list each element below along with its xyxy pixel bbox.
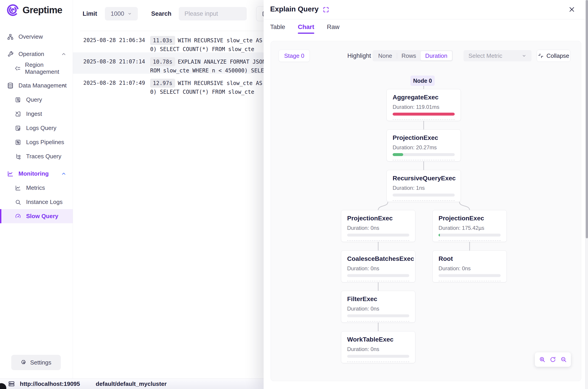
- tab-table[interactable]: Table: [270, 23, 285, 34]
- database-icon: [6, 82, 15, 89]
- chevron-up-icon[interactable]: [61, 83, 66, 88]
- sidebar-item-label: Operation: [18, 51, 44, 58]
- slow-query-row[interactable]: 2025-08-28 21:06:34 11.03sWITH RECURSIVE…: [73, 31, 264, 52]
- plan-node-aggregate-exec[interactable]: AggregateExec Duration: 119.01ms: [387, 89, 461, 121]
- time-range-button[interactable]: Last: [256, 6, 264, 21]
- query-timestamp: 2025-08-28 21:07:14: [83, 57, 150, 66]
- overview-icon: [6, 33, 15, 40]
- node-duration: Duration: 0ns: [347, 346, 409, 352]
- sidebar-item-query[interactable]: Query: [0, 93, 73, 107]
- wrench-icon: [6, 51, 15, 58]
- stage-button[interactable]: Stage 0: [279, 50, 310, 62]
- node-duration: Duration: 119.01ms: [393, 104, 455, 110]
- brand-logo: Greptime: [6, 3, 62, 17]
- highlight-option-duration[interactable]: Duration: [421, 51, 452, 61]
- zoom-in-icon[interactable]: [539, 356, 546, 363]
- cluster-name[interactable]: default/default_mycluster: [96, 381, 167, 388]
- limit-select[interactable]: 1000: [105, 7, 138, 20]
- query-timestamp: 2025-08-28 21:07:49: [83, 79, 150, 87]
- plan-node-projection-exec-left[interactable]: ProjectionExec Duration: 0ns: [341, 210, 415, 242]
- duration-bar: [347, 314, 409, 317]
- search-label: Search: [151, 10, 172, 17]
- plan-node-projection-exec[interactable]: ProjectionExec Duration: 20.27ms: [387, 130, 461, 162]
- slow-query-row[interactable]: 2025-08-28 21:07:49 12.97sWITH RECURSIVE…: [73, 74, 264, 95]
- explain-query-panel: Explain Query Table Chart Raw Stage 0 Hi…: [264, 0, 588, 389]
- sidebar-item-label: Slow Query: [26, 213, 58, 220]
- server-url[interactable]: http://localhost:19095: [20, 381, 80, 388]
- highlight-label: Highlight: [347, 52, 371, 59]
- sidebar-item-logs-query[interactable]: Logs Query: [0, 121, 73, 135]
- sidebar-item-label: Logs Query: [26, 125, 56, 131]
- plan-node-projection-exec-right[interactable]: ProjectionExec Duration: 175.42µs: [433, 210, 507, 242]
- sidebar-item-label: Query: [26, 96, 42, 103]
- query-text: 10.78sEXPLAIN ANALYZE FORMAT JSON WITHRO…: [150, 57, 264, 75]
- search-input[interactable]: [179, 7, 247, 20]
- duration-bar: [347, 274, 409, 277]
- duration-bar: [347, 355, 409, 358]
- sidebar-item-label: Monitoring: [18, 170, 49, 177]
- plan-node-coalesce-batches-exec[interactable]: CoalesceBatchesExec Duration: 0ns: [341, 251, 415, 282]
- sidebar: Greptime Overview Operation: [0, 0, 73, 378]
- app-window: Greptime Overview Operation: [0, 0, 588, 389]
- tab-raw[interactable]: Raw: [327, 23, 339, 34]
- slow-query-row[interactable]: 2025-08-28 21:07:14 10.78sEXPLAIN ANALYZ…: [73, 52, 264, 74]
- query-icon: [13, 97, 23, 103]
- collapse-button[interactable]: Collapse: [537, 50, 570, 62]
- close-icon[interactable]: [568, 6, 575, 13]
- node-duration: Duration: 0ns: [439, 265, 501, 272]
- fullscreen-icon[interactable]: [323, 6, 329, 13]
- node-duration: Duration: 20.27ms: [393, 144, 455, 151]
- tab-chart[interactable]: Chart: [298, 23, 314, 34]
- traces-query-icon: [13, 153, 23, 160]
- limit-value: 1000: [110, 10, 124, 17]
- greptime-spiral-icon: [6, 3, 20, 17]
- chevron-up-icon[interactable]: [61, 52, 66, 57]
- zoom-out-icon[interactable]: [560, 356, 567, 363]
- plan-chart-card: Stage 0 Highlight None Rows Duration Sel…: [271, 41, 581, 381]
- limit-label: Limit: [83, 10, 97, 17]
- plan-node-recursive-query-exec[interactable]: RecursiveQueryExec Duration: 1ns: [387, 170, 461, 202]
- settings-button[interactable]: Settings: [11, 355, 61, 370]
- sidebar-item-overview[interactable]: Overview: [0, 30, 73, 44]
- sidebar-item-data-management[interactable]: Data Management: [0, 78, 73, 93]
- sidebar-item-logs-pipelines[interactable]: Logs Pipelines: [0, 135, 73, 149]
- query-timestamp: 2025-08-28 21:06:34: [83, 36, 150, 44]
- duration-bar: [439, 274, 501, 277]
- duration-bar: [347, 234, 409, 236]
- sidebar-nav: Overview Operation Region Management: [0, 30, 73, 223]
- sidebar-item-label: Logs Pipelines: [26, 139, 64, 146]
- node-divider: [393, 160, 455, 160]
- sidebar-item-operation[interactable]: Operation: [0, 47, 73, 61]
- slow-query-page: Limit 1000 Search Last 2025-08-28 21:06:…: [73, 0, 264, 378]
- plan-node-work-table-exec[interactable]: WorkTableExec Duration: 0ns: [341, 331, 415, 363]
- sidebar-item-metrics[interactable]: Metrics: [0, 181, 73, 195]
- scrollbar-thumb[interactable]: [586, 0, 588, 238]
- instance-logs-icon: [13, 199, 23, 205]
- sidebar-item-label: Metrics: [26, 184, 45, 191]
- highlight-option-none[interactable]: None: [373, 51, 397, 61]
- reset-zoom-icon[interactable]: [550, 356, 556, 363]
- settings-label: Settings: [30, 359, 51, 366]
- chevron-down-icon: [127, 11, 132, 16]
- highlight-segmented-control: None Rows Duration: [372, 50, 453, 61]
- sidebar-item-region-management[interactable]: Region Management: [0, 61, 73, 75]
- sidebar-item-slow-query[interactable]: Slow Query: [0, 209, 73, 223]
- duration-bar: [393, 153, 455, 156]
- slow-query-icon: [13, 213, 23, 220]
- sidebar-item-traces-query[interactable]: Traces Query: [0, 149, 73, 163]
- metric-select[interactable]: Select Metric: [464, 50, 531, 61]
- panel-header: Explain Query: [264, 0, 588, 19]
- node-duration: Duration: 0ns: [347, 265, 409, 272]
- plan-node-filter-exec[interactable]: FilterExec Duration: 0ns: [341, 291, 415, 323]
- plan-node-root[interactable]: Root Duration: 0ns: [433, 251, 507, 282]
- sidebar-item-monitoring[interactable]: Monitoring: [0, 167, 73, 181]
- sidebar-item-ingest[interactable]: Ingest: [0, 107, 73, 121]
- chevron-up-icon[interactable]: [61, 171, 66, 176]
- scrollbar[interactable]: [585, 0, 588, 389]
- sidebar-item-instance-logs[interactable]: Instance Logs: [0, 195, 73, 209]
- node-divider: [347, 240, 409, 241]
- highlight-option-rows[interactable]: Rows: [397, 51, 421, 61]
- node-duration: Duration: 0ns: [347, 306, 409, 312]
- sidebar-item-label: Ingest: [26, 110, 42, 117]
- duration-badge: 11.03s: [150, 36, 175, 45]
